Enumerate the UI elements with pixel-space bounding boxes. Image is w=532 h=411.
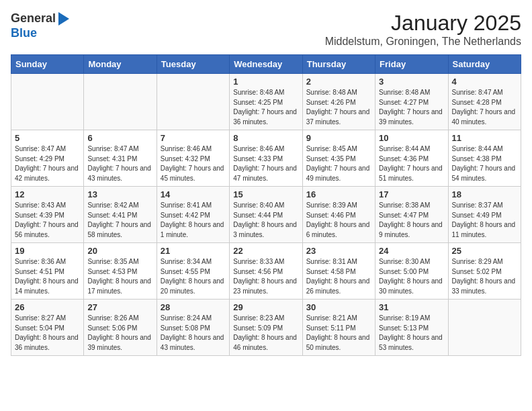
day-detail: Sunrise: 8:19 AM Sunset: 5:13 PM Dayligh… (379, 314, 444, 353)
calendar-cell: 12Sunrise: 8:43 AM Sunset: 4:39 PM Dayli… (11, 187, 84, 243)
location-title: Middelstum, Groningen, The Netherlands (325, 36, 521, 48)
day-detail: Sunrise: 8:37 AM Sunset: 4:49 PM Dayligh… (452, 201, 517, 240)
calendar-cell: 11Sunrise: 8:44 AM Sunset: 4:38 PM Dayli… (448, 130, 521, 187)
logo-icon (57, 11, 71, 27)
calendar-cell (448, 300, 521, 356)
day-detail: Sunrise: 8:33 AM Sunset: 4:56 PM Dayligh… (233, 257, 298, 296)
day-detail: Sunrise: 8:48 AM Sunset: 4:26 PM Dayligh… (306, 88, 371, 127)
calendar-cell: 23Sunrise: 8:31 AM Sunset: 4:58 PM Dayli… (302, 243, 375, 300)
day-detail: Sunrise: 8:27 AM Sunset: 5:04 PM Dayligh… (15, 314, 80, 353)
day-detail: Sunrise: 8:34 AM Sunset: 4:55 PM Dayligh… (161, 257, 226, 296)
day-number: 30 (306, 302, 371, 312)
day-detail: Sunrise: 8:35 AM Sunset: 4:53 PM Dayligh… (87, 257, 152, 296)
calendar-week-row: 5Sunrise: 8:47 AM Sunset: 4:29 PM Daylig… (11, 130, 521, 187)
calendar-cell: 22Sunrise: 8:33 AM Sunset: 4:56 PM Dayli… (230, 243, 302, 300)
day-number: 28 (161, 302, 226, 312)
logo-general: General (11, 12, 56, 26)
day-detail: Sunrise: 8:41 AM Sunset: 4:42 PM Dayligh… (161, 201, 226, 240)
day-number: 23 (306, 246, 371, 256)
calendar-cell: 30Sunrise: 8:21 AM Sunset: 5:11 PM Dayli… (302, 300, 375, 356)
calendar-cell: 3Sunrise: 8:48 AM Sunset: 4:27 PM Daylig… (375, 74, 448, 130)
title-block: January 2025 Middelstum, Groningen, The … (325, 11, 521, 48)
page-header: General Blue January 2025 Middelstum, Gr… (11, 11, 521, 48)
day-detail: Sunrise: 8:44 AM Sunset: 4:38 PM Dayligh… (452, 144, 517, 183)
day-number: 24 (379, 246, 444, 256)
calendar-cell: 28Sunrise: 8:24 AM Sunset: 5:08 PM Dayli… (157, 300, 229, 356)
calendar-cell: 8Sunrise: 8:46 AM Sunset: 4:33 PM Daylig… (230, 130, 302, 187)
calendar-cell (11, 74, 84, 130)
day-number: 5 (15, 133, 80, 143)
day-detail: Sunrise: 8:29 AM Sunset: 5:02 PM Dayligh… (452, 257, 517, 296)
calendar-cell: 21Sunrise: 8:34 AM Sunset: 4:55 PM Dayli… (157, 243, 229, 300)
calendar-cell: 31Sunrise: 8:19 AM Sunset: 5:13 PM Dayli… (375, 300, 448, 356)
weekday-header-thursday: Thursday (302, 55, 375, 74)
weekday-header-row: SundayMondayTuesdayWednesdayThursdayFrid… (11, 55, 521, 74)
day-number: 15 (233, 189, 298, 199)
calendar-cell: 2Sunrise: 8:48 AM Sunset: 4:26 PM Daylig… (302, 74, 375, 130)
day-number: 13 (87, 189, 152, 199)
calendar-cell (84, 74, 157, 130)
day-number: 18 (452, 189, 517, 199)
day-number: 26 (15, 302, 80, 312)
day-number: 14 (161, 189, 226, 199)
calendar-cell: 17Sunrise: 8:38 AM Sunset: 4:47 PM Dayli… (375, 187, 448, 243)
weekday-header-tuesday: Tuesday (157, 55, 229, 74)
day-number: 21 (161, 246, 226, 256)
day-number: 27 (87, 302, 152, 312)
day-number: 29 (233, 302, 298, 312)
day-detail: Sunrise: 8:46 AM Sunset: 4:33 PM Dayligh… (233, 144, 298, 183)
svg-marker-0 (58, 12, 69, 26)
day-detail: Sunrise: 8:48 AM Sunset: 4:25 PM Dayligh… (233, 88, 298, 127)
calendar-cell: 19Sunrise: 8:36 AM Sunset: 4:51 PM Dayli… (11, 243, 84, 300)
calendar-cell: 4Sunrise: 8:47 AM Sunset: 4:28 PM Daylig… (448, 74, 521, 130)
calendar-week-row: 19Sunrise: 8:36 AM Sunset: 4:51 PM Dayli… (11, 243, 521, 300)
day-detail: Sunrise: 8:23 AM Sunset: 5:09 PM Dayligh… (233, 314, 298, 353)
day-number: 19 (15, 246, 80, 256)
day-number: 10 (379, 133, 444, 143)
day-number: 11 (452, 133, 517, 143)
weekday-header-saturday: Saturday (448, 55, 521, 74)
day-detail: Sunrise: 8:48 AM Sunset: 4:27 PM Dayligh… (379, 88, 444, 127)
calendar-table: SundayMondayTuesdayWednesdayThursdayFrid… (11, 54, 521, 356)
day-number: 4 (452, 77, 517, 87)
day-number: 7 (161, 133, 226, 143)
day-detail: Sunrise: 8:24 AM Sunset: 5:08 PM Dayligh… (161, 314, 226, 353)
day-detail: Sunrise: 8:31 AM Sunset: 4:58 PM Dayligh… (306, 257, 371, 296)
month-title: January 2025 (325, 11, 521, 36)
day-number: 9 (306, 133, 371, 143)
day-detail: Sunrise: 8:47 AM Sunset: 4:31 PM Dayligh… (87, 144, 152, 183)
weekday-header-sunday: Sunday (11, 55, 84, 74)
day-detail: Sunrise: 8:44 AM Sunset: 4:36 PM Dayligh… (379, 144, 444, 183)
calendar-cell: 10Sunrise: 8:44 AM Sunset: 4:36 PM Dayli… (375, 130, 448, 187)
day-number: 22 (233, 246, 298, 256)
calendar-cell: 25Sunrise: 8:29 AM Sunset: 5:02 PM Dayli… (448, 243, 521, 300)
calendar-cell: 13Sunrise: 8:42 AM Sunset: 4:41 PM Dayli… (84, 187, 157, 243)
day-number: 3 (379, 77, 444, 87)
calendar-week-row: 1Sunrise: 8:48 AM Sunset: 4:25 PM Daylig… (11, 74, 521, 130)
calendar-cell: 15Sunrise: 8:40 AM Sunset: 4:44 PM Dayli… (230, 187, 302, 243)
day-detail: Sunrise: 8:45 AM Sunset: 4:35 PM Dayligh… (306, 144, 371, 183)
day-detail: Sunrise: 8:39 AM Sunset: 4:46 PM Dayligh… (306, 201, 371, 240)
day-number: 12 (15, 189, 80, 199)
day-number: 1 (233, 77, 298, 87)
day-detail: Sunrise: 8:38 AM Sunset: 4:47 PM Dayligh… (379, 201, 444, 240)
calendar-cell: 20Sunrise: 8:35 AM Sunset: 4:53 PM Dayli… (84, 243, 157, 300)
day-detail: Sunrise: 8:47 AM Sunset: 4:28 PM Dayligh… (452, 88, 517, 127)
calendar-week-row: 26Sunrise: 8:27 AM Sunset: 5:04 PM Dayli… (11, 300, 521, 356)
calendar-cell: 7Sunrise: 8:46 AM Sunset: 4:32 PM Daylig… (157, 130, 229, 187)
calendar-cell: 27Sunrise: 8:26 AM Sunset: 5:06 PM Dayli… (84, 300, 157, 356)
calendar-cell: 29Sunrise: 8:23 AM Sunset: 5:09 PM Dayli… (230, 300, 302, 356)
day-number: 2 (306, 77, 371, 87)
day-number: 16 (306, 189, 371, 199)
day-detail: Sunrise: 8:47 AM Sunset: 4:29 PM Dayligh… (15, 144, 80, 183)
calendar-cell: 24Sunrise: 8:30 AM Sunset: 5:00 PM Dayli… (375, 243, 448, 300)
calendar-week-row: 12Sunrise: 8:43 AM Sunset: 4:39 PM Dayli… (11, 187, 521, 243)
day-detail: Sunrise: 8:36 AM Sunset: 4:51 PM Dayligh… (15, 257, 80, 296)
calendar-cell: 9Sunrise: 8:45 AM Sunset: 4:35 PM Daylig… (302, 130, 375, 187)
day-detail: Sunrise: 8:40 AM Sunset: 4:44 PM Dayligh… (233, 201, 298, 240)
calendar-cell: 1Sunrise: 8:48 AM Sunset: 4:25 PM Daylig… (230, 74, 302, 130)
day-number: 8 (233, 133, 298, 143)
calendar-cell: 16Sunrise: 8:39 AM Sunset: 4:46 PM Dayli… (302, 187, 375, 243)
weekday-header-monday: Monday (84, 55, 157, 74)
day-number: 31 (379, 302, 444, 312)
